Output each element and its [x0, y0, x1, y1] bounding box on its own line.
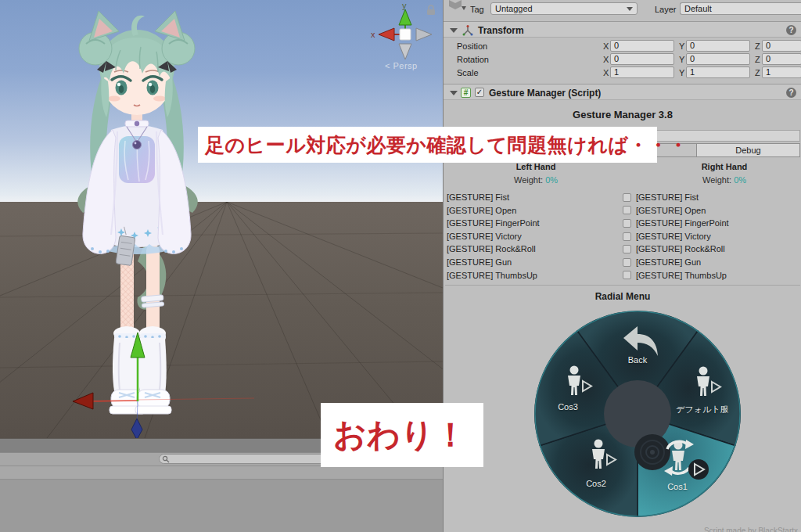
- gesture-item[interactable]: [GESTURE] Fist: [623, 191, 729, 204]
- gesture-item[interactable]: [GESTURE] Victory: [447, 230, 540, 243]
- gizmo-center-cube[interactable]: [400, 29, 411, 40]
- help-icon[interactable]: ?: [786, 88, 796, 98]
- rotation-label: Rotation: [457, 55, 489, 64]
- left-gesture-list: [GESTURE] Fist [GESTURE] Open [GESTURE] …: [447, 191, 540, 282]
- radial-item-label[interactable]: デフォルト服: [667, 404, 738, 415]
- position-y-field[interactable]: 0: [686, 40, 750, 52]
- help-icon[interactable]: ?: [786, 25, 796, 35]
- scale-x-field[interactable]: 1: [610, 66, 674, 78]
- radial-item-label[interactable]: Cos3: [533, 402, 603, 412]
- axis-z-label: Z: [755, 68, 760, 77]
- layer-dropdown[interactable]: Default: [680, 2, 801, 15]
- radial-menu-title: Radial Menu: [444, 291, 801, 302]
- gesture-checkbox[interactable]: [623, 206, 631, 214]
- weight-value: 0%: [734, 175, 746, 185]
- radial-item-label[interactable]: Back: [602, 355, 673, 365]
- transform-icon: [462, 25, 473, 36]
- gesture-manager-header[interactable]: # ✓ Gesture Manager (Script) ? ⋮: [444, 84, 801, 100]
- gesture-checkbox[interactable]: [623, 232, 631, 241]
- transform-title: Transform: [478, 25, 524, 36]
- gizmo-y-label: y: [402, 2, 407, 10]
- layer-label: Layer: [655, 5, 677, 14]
- credit-text: Script made by BlackStartx: [704, 527, 798, 532]
- tag-label: Tag: [470, 5, 484, 14]
- gesture-item[interactable]: [GESTURE] Rock&Roll: [447, 243, 540, 256]
- axis-y-label: Y: [679, 68, 684, 77]
- scale-label: Scale: [457, 68, 479, 77]
- foldout-arrow-icon[interactable]: [450, 28, 458, 33]
- gesture-checkbox[interactable]: [623, 271, 631, 279]
- gesture-item[interactable]: [GESTURE] Gun: [623, 256, 729, 269]
- radial-item-label[interactable]: Cos1: [642, 482, 713, 491]
- right-hand-title: Right Hand: [662, 162, 787, 171]
- rotation-y-field[interactable]: 0: [686, 53, 750, 65]
- gesture-item[interactable]: [GESTURE] ThumbsUp: [623, 269, 729, 282]
- position-label: Position: [457, 41, 487, 51]
- rotation-x-field[interactable]: 0: [610, 53, 674, 65]
- gesture-item[interactable]: [GESTURE] FingerPoint: [623, 217, 729, 230]
- gizmo-z-axis[interactable]: [131, 419, 142, 438]
- gizmo-neg-x-cone[interactable]: [416, 28, 432, 41]
- persp-mode-label[interactable]: < Persp: [385, 61, 418, 70]
- gesture-checkbox[interactable]: [623, 258, 631, 267]
- axis-z-label: Z: [755, 55, 760, 64]
- position-x-field[interactable]: 0: [610, 40, 674, 52]
- tag-value: Untagged: [495, 4, 533, 13]
- unity-editor-window: y x < Persp Tag Untagged Layer: [0, 0, 801, 532]
- weight-label: Weight:: [514, 175, 543, 185]
- axis-x-label: X: [603, 55, 609, 64]
- transform-header[interactable]: Transform ? ⋮: [444, 21, 801, 38]
- gesture-item[interactable]: [GESTURE] Open: [623, 204, 729, 217]
- gesture-item[interactable]: [GESTURE] ThumbsUp: [447, 269, 540, 282]
- left-hand-weight: Weight: 0%: [473, 175, 598, 185]
- gesture-item[interactable]: [GESTURE] Gun: [447, 256, 540, 269]
- scale-z-field[interactable]: 1: [762, 66, 801, 78]
- rotation-z-field[interactable]: 0: [762, 53, 801, 65]
- gesture-manager-version-title: Gesture Manager 3.8: [444, 109, 801, 120]
- layer-value: Default: [684, 4, 712, 13]
- script-icon: #: [461, 88, 471, 98]
- gizmo-y-axis[interactable]: [131, 332, 145, 358]
- move-gizmo[interactable]: [66, 309, 262, 438]
- project-breadcrumb-bar: [0, 466, 443, 479]
- gizmo-neg-y-cone[interactable]: [399, 44, 411, 59]
- axis-y-label: Y: [679, 55, 684, 64]
- gizmo-x-axis[interactable]: [73, 393, 93, 409]
- chevron-down-icon: [627, 7, 633, 11]
- left-hand-title: Left Hand: [473, 162, 598, 171]
- radial-cursor-puck[interactable]: [634, 434, 670, 470]
- gm-tab-debug[interactable]: Debug: [696, 143, 800, 157]
- gizmo-y-cone[interactable]: [399, 9, 411, 25]
- gesture-checkbox[interactable]: [623, 219, 631, 228]
- tag-dropdown[interactable]: Untagged: [490, 2, 638, 15]
- scale-y-field[interactable]: 1: [686, 66, 750, 78]
- gesture-item[interactable]: [GESTURE] Victory: [623, 230, 729, 243]
- axis-z-label: Z: [755, 41, 760, 51]
- gesture-checkbox[interactable]: [623, 245, 631, 253]
- gesture-item[interactable]: [GESTURE] FingerPoint: [447, 217, 540, 230]
- gesture-checkbox[interactable]: [623, 193, 631, 202]
- axis-x-label: X: [603, 41, 609, 51]
- gizmo-x-cone[interactable]: [379, 28, 394, 41]
- radial-menu: Back デフォルト服 Cos1 Cos2 Cos3: [520, 310, 755, 519]
- axis-y-label: Y: [679, 41, 684, 51]
- inspector-panel: Tag Untagged Layer Default Transform ? ⋮: [443, 0, 801, 532]
- divider: [445, 285, 800, 286]
- gesture-item[interactable]: [GESTURE] Open: [447, 204, 540, 217]
- scene-view[interactable]: y x < Persp: [0, 0, 443, 438]
- gesture-manager-title: Gesture Manager (Script): [489, 88, 601, 99]
- foldout-arrow-icon[interactable]: [450, 91, 458, 95]
- annotation-note-end: おわり！: [321, 403, 483, 467]
- axis-x-label: X: [603, 68, 609, 77]
- lock-icon[interactable]: [426, 4, 436, 16]
- right-hand-weight: Weight: 0%: [662, 175, 787, 185]
- project-content-area[interactable]: [0, 479, 443, 532]
- component-enabled-checkbox[interactable]: ✓: [475, 88, 484, 97]
- right-gesture-list: [GESTURE] Fist [GESTURE] Open [GESTURE] …: [623, 191, 729, 282]
- weight-value: 0%: [545, 175, 558, 185]
- radial-item-label[interactable]: Cos2: [561, 479, 631, 488]
- position-z-field[interactable]: 0: [762, 40, 801, 52]
- gesture-item[interactable]: [GESTURE] Fist: [447, 191, 540, 204]
- gameobject-icon: [446, 0, 466, 12]
- gesture-item[interactable]: [GESTURE] Rock&Roll: [623, 243, 729, 256]
